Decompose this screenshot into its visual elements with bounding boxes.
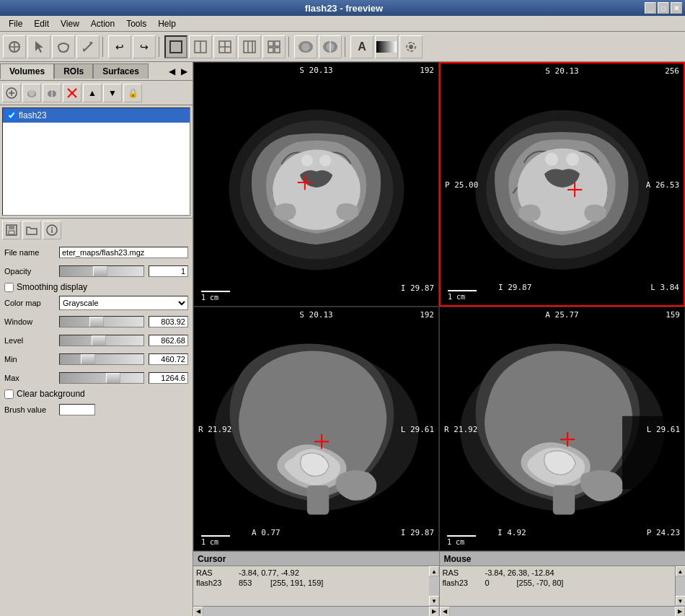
toolbar-undo[interactable]: ↩	[108, 35, 131, 58]
filename-value: eter_maps/flash23.mgz	[59, 247, 188, 258]
close-button[interactable]: ✕	[671, 2, 682, 14]
menu-help[interactable]: Help	[152, 17, 182, 30]
menu-file[interactable]: File	[3, 17, 28, 30]
menu-edit[interactable]: Edit	[28, 17, 55, 30]
tab-volumes[interactable]: Volumes	[0, 63, 54, 79]
panel-bottom-left[interactable]: S 20.13 192 R 21.92 L 29.61 1 cm I 29.87…	[193, 307, 439, 551]
tab-rois[interactable]: ROIs	[54, 63, 93, 79]
toolbar-pointer[interactable]	[27, 35, 50, 58]
opacity-value: 1	[149, 265, 188, 277]
toolbar-layout-grid[interactable]	[213, 35, 237, 58]
toolbar-text[interactable]: A	[350, 35, 374, 58]
panel-tl-top-label: S 20.13	[299, 66, 332, 75]
cursor-vol-row: flash23 853 [255, 191, 159]	[195, 578, 428, 588]
mouse-vol-index: 0	[485, 578, 514, 587]
maximize-button[interactable]: □	[658, 2, 669, 14]
cursor-ras-row: RAS -3.84, 0.77, -4.92	[195, 568, 428, 578]
panel-tr-tr-label: 256	[665, 66, 679, 76]
scale-bar-bl: 1 cm	[201, 535, 230, 546]
panel-br-br2-label: I 4.92	[498, 528, 526, 537]
toolbar-settings[interactable]	[399, 35, 423, 58]
toolbar-layout-single[interactable]	[164, 35, 187, 58]
toolbar-measure[interactable]	[76, 35, 100, 58]
mouse-scroll-up[interactable]: ▲	[676, 566, 686, 576]
toolbar-layout-2col[interactable]	[189, 35, 212, 58]
cursor-header: Cursor	[193, 552, 439, 566]
separator-1	[102, 37, 105, 57]
volume-checkbox[interactable]	[7, 111, 16, 120]
toolbar-layout-3col[interactable]	[238, 35, 261, 58]
panel-right-arrow[interactable]: ▶	[179, 66, 190, 76]
min-slider[interactable]	[59, 353, 144, 365]
tab-surfaces[interactable]: Surfaces	[93, 63, 149, 79]
panel-bottom-right[interactable]: A 25.77 159 R 21.92 L 29.61 1 cm P 24.23…	[439, 307, 685, 551]
mouse-vol-range: [255, -70, 80]	[517, 578, 673, 587]
panel-left-arrow[interactable]: ◀	[167, 66, 177, 76]
svg-rect-16	[275, 41, 280, 46]
image-grid: S 20.13 192 1 cm I 29.87	[193, 62, 685, 551]
window-value: 803.92	[149, 316, 188, 327]
menu-action[interactable]: Action	[85, 17, 120, 30]
toolbar-roi[interactable]	[52, 35, 75, 58]
brush-value-input[interactable]: 1	[59, 404, 95, 415]
max-slider[interactable]	[59, 372, 144, 384]
toolbar-navigate[interactable]	[3, 35, 26, 58]
action-save[interactable]	[2, 221, 21, 239]
cursor-hscroll-track[interactable]	[203, 607, 429, 617]
vol-add[interactable]	[2, 84, 21, 102]
filename-label: File name	[4, 248, 55, 257]
properties-panel: File name eter_maps/flash23.mgz Opacity …	[0, 242, 193, 421]
toolbar-colorbar[interactable]	[375, 35, 398, 58]
cursor-scroll-down[interactable]: ▼	[429, 596, 439, 606]
mouse-scroll-track[interactable]	[676, 576, 686, 596]
minimize-button[interactable]: _	[645, 2, 656, 14]
brush-label: Brush value	[4, 405, 55, 414]
colormap-select[interactable]: GrayscaleHeatJetGE Color	[59, 296, 188, 310]
smoothing-checkbox[interactable]	[4, 283, 14, 292]
title-bar: flash23 - freeview _ □ ✕	[0, 0, 685, 16]
level-slider[interactable]	[59, 335, 144, 346]
toolbar-redo[interactable]: ↪	[133, 35, 156, 58]
action-open[interactable]	[22, 221, 41, 239]
mouse-ras-key: RAS	[443, 568, 482, 577]
mouse-table: RAS -3.84, 26.38, -12.84 flash23 0 [255,…	[440, 566, 676, 606]
panel-br-br-label: P 24.23	[647, 528, 680, 537]
mouse-hscroll-left[interactable]: ◀	[440, 607, 450, 617]
window-slider[interactable]	[59, 316, 144, 327]
toolbar-layout-custom[interactable]	[262, 35, 286, 58]
vol-down[interactable]: ▼	[103, 84, 122, 102]
toolbar-brain-1[interactable]	[294, 35, 317, 58]
menu-tools[interactable]: Tools	[120, 17, 152, 30]
mouse-hscroll-right[interactable]: ▶	[675, 607, 685, 617]
panel-top-left[interactable]: S 20.13 192 1 cm I 29.87	[193, 62, 439, 307]
panel-tabs: Volumes ROIs Surfaces ◀ ▶	[0, 62, 193, 81]
panel-tr-bl-label: I 29.87	[498, 283, 531, 292]
clearbg-checkbox[interactable]	[4, 390, 14, 399]
action-buttons	[0, 218, 193, 242]
vol-up[interactable]: ▲	[83, 84, 102, 102]
svg-rect-12	[244, 41, 255, 53]
panel-top-right[interactable]: S 20.13 256 P 25.00 A 26.53 1 cm L 3.84 …	[439, 62, 685, 307]
cursor-scroll-up[interactable]: ▲	[429, 566, 439, 576]
panel-bl-br-label: I 29.87	[401, 528, 434, 537]
volume-item[interactable]: flash23	[3, 108, 190, 123]
cursor-hscroll-right[interactable]: ▶	[429, 607, 439, 617]
cursor-scroll-track[interactable]	[429, 576, 439, 596]
vol-lock[interactable]: 🔒	[123, 84, 142, 102]
menu-view[interactable]: View	[55, 17, 85, 30]
vol-brain-down[interactable]	[43, 84, 61, 102]
mouse-scroll-down[interactable]: ▼	[676, 596, 686, 606]
volume-list[interactable]: flash23	[2, 107, 190, 216]
colormap-label: Color map	[4, 299, 55, 307]
vol-delete[interactable]	[63, 84, 81, 102]
svg-rect-22	[376, 41, 397, 53]
toolbar-brain-2[interactable]	[319, 35, 342, 58]
opacity-slider[interactable]	[59, 265, 144, 277]
mouse-hscroll-track[interactable]	[450, 607, 676, 617]
cursor-hscroll-left[interactable]: ◀	[193, 607, 203, 617]
svg-rect-35	[9, 231, 14, 234]
action-info[interactable]	[43, 221, 61, 239]
left-panel: Volumes ROIs Surfaces ◀ ▶ ▲ ▼ 🔒	[0, 62, 193, 616]
vol-brain-up[interactable]	[22, 84, 41, 102]
opacity-row: Opacity 1	[4, 263, 188, 279]
